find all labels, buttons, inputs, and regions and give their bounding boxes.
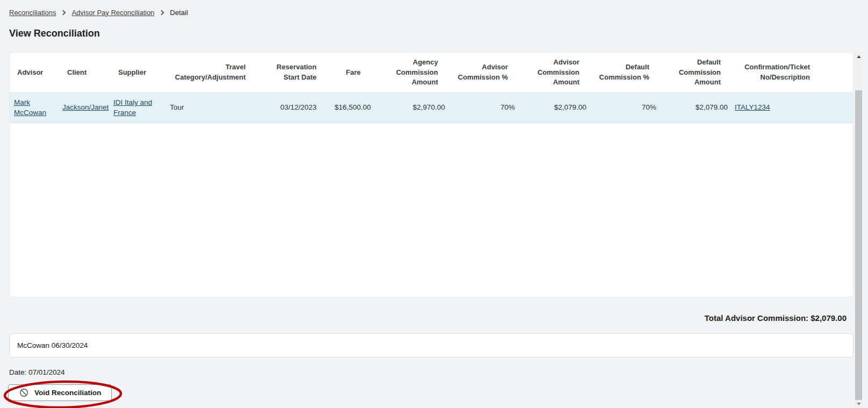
cell-default-commission-percent: 70% [593,93,663,123]
chevron-right-icon [159,10,164,15]
column-header-confirmation-ticket: Confirmation/Ticket No/Description [734,53,811,92]
scroll-up-button[interactable] [855,52,863,61]
breadcrumb: Reconciliations Advisor Pay Reconciliati… [0,0,868,17]
cell-client: Jackson/Janet [60,93,111,123]
signature-field[interactable]: McCowan 06/30/2024 [9,333,853,357]
confirmation-ticket-link[interactable]: ITALY1234 [735,103,770,112]
scrollbar-thumb[interactable] [855,90,862,400]
page-title: View Reconciliation [9,27,868,39]
column-header-advisor: Advisor [10,53,60,92]
cell-advisor: Mark McCowan [10,93,60,123]
column-header-supplier: Supplier [111,53,162,92]
advisor-link[interactable]: Mark McCowan [14,98,60,117]
cell-supplier: IDI Italy and France [111,93,162,123]
cell-agency-commission-amount: $2,970.00 [377,93,451,123]
column-header-agency-commission-amount: Agency Commission Amount [377,53,451,92]
table-row: Mark McCowan Jackson/Janet IDI Italy and… [10,93,853,123]
void-button-area: Void Reconciliation [8,384,132,406]
breadcrumb-advisor-pay-reconciliation[interactable]: Advisor Pay Reconciliation [71,9,154,17]
cell-confirmation-ticket: ITALY1234 [734,93,811,123]
triangle-up-icon [857,55,861,58]
cell-reservation-start-date: 03/12/2023 [247,93,323,123]
total-advisor-commission: Total Advisor Commission: $2,079.00 [9,313,853,323]
cell-default-commission-amount: $2,079.00 [663,93,734,123]
reconciliation-table: Advisor Client Supplier Travel Category/… [9,52,853,297]
cell-advisor-commission-amount: $2,079.00 [521,93,593,123]
column-header-filler [811,53,853,92]
block-icon [19,388,28,397]
column-header-fare: Fare [323,53,377,92]
cell-filler [811,93,853,123]
client-link[interactable]: Jackson/Janet [62,103,109,112]
breadcrumb-detail: Detail [170,9,188,17]
cell-travel-category: Tour [162,93,247,123]
supplier-link[interactable]: IDI Italy and France [113,98,162,117]
scroll-down-button[interactable] [855,399,863,408]
column-header-travel-category: Travel Category/Adjustment [162,53,247,92]
void-reconciliation-label: Void Reconciliation [34,389,101,397]
breadcrumb-reconciliations[interactable]: Reconciliations [9,9,56,17]
column-header-default-commission-percent: Default Commission % [593,53,663,92]
vertical-scrollbar[interactable] [855,52,863,408]
chevron-right-icon [61,10,66,15]
column-header-default-commission-amount: Default Commission Amount [663,53,734,92]
triangle-down-icon [857,403,861,405]
column-header-reservation-start-date: Reservation Start Date [247,53,323,92]
column-header-advisor-commission-amount: Advisor Commission Amount [521,53,593,92]
column-header-advisor-commission-percent: Advisor Commission % [451,53,521,92]
cell-advisor-commission-percent: 70% [451,93,521,123]
column-header-client: Client [60,53,111,92]
date-label: Date: 07/01/2024 [9,368,868,377]
view-reconciliation-page: Reconciliations Advisor Pay Reconciliati… [0,0,868,408]
void-reconciliation-button[interactable]: Void Reconciliation [8,384,112,401]
cell-fare: $16,500.00 [323,93,377,123]
signature-text: McCowan 06/30/2024 [17,341,88,349]
table-header-row: Advisor Client Supplier Travel Category/… [10,53,853,93]
